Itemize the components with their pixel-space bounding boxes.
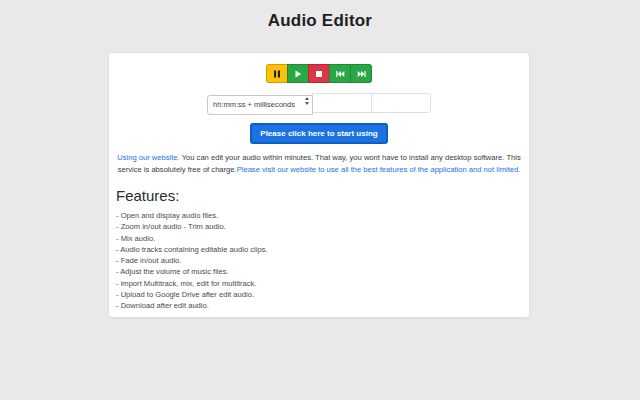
features-section: Features: - Open and display audio files…: [116, 187, 529, 312]
stop-button[interactable]: [308, 64, 330, 83]
feature-item: - Zoom in/out audio - Trim audio.: [116, 221, 529, 232]
start-row: Please click here to start using: [109, 122, 529, 144]
skip-forward-icon: [357, 70, 366, 78]
stop-icon: [315, 70, 323, 78]
visit-website-link[interactable]: Please visit our website to use all the …: [237, 165, 521, 174]
time-format-select-wrap: hh:mm:ss + milliseconds: [207, 93, 313, 113]
audio-editor-card: hh:mm:ss + milliseconds Please click her…: [108, 52, 530, 318]
features-heading: Features:: [116, 187, 529, 204]
start-using-button[interactable]: Please click here to start using: [250, 123, 387, 144]
pause-button[interactable]: [266, 64, 288, 83]
feature-item: - Audio tracks containing editable audio…: [116, 244, 529, 255]
intro-paragraph: Using our website. You can edit your aud…: [115, 152, 523, 176]
play-icon: [294, 70, 302, 78]
time-input-end[interactable]: [371, 93, 431, 113]
skip-back-button[interactable]: [329, 64, 351, 83]
pause-icon: [273, 70, 281, 78]
time-controls-row: hh:mm:ss + milliseconds: [109, 93, 529, 113]
feature-item: - Adjust the volume of music files.: [116, 266, 529, 277]
time-input-start[interactable]: [312, 93, 372, 113]
features-list: - Open and display audio files. - Zoom i…: [116, 210, 529, 312]
feature-item: - Fade in/out audio.: [116, 255, 529, 266]
play-button[interactable]: [287, 64, 309, 83]
skip-back-icon: [336, 70, 345, 78]
feature-item: - Download after edit audio.: [116, 300, 529, 311]
feature-item: - Mix audio.: [116, 233, 529, 244]
feature-item: - Upload to Google Drive after edit audi…: [116, 289, 529, 300]
player-controls: [109, 64, 529, 83]
page-title: Audio Editor: [0, 0, 640, 31]
feature-item: - import Multitrack, mix, edit for multi…: [116, 278, 529, 289]
skip-forward-button[interactable]: [350, 64, 372, 83]
using-our-website-link[interactable]: Using our website.: [117, 153, 179, 162]
player-button-group: [266, 64, 372, 83]
feature-item: - Open and display audio files.: [116, 210, 529, 221]
time-format-select[interactable]: hh:mm:ss + milliseconds: [207, 95, 313, 115]
